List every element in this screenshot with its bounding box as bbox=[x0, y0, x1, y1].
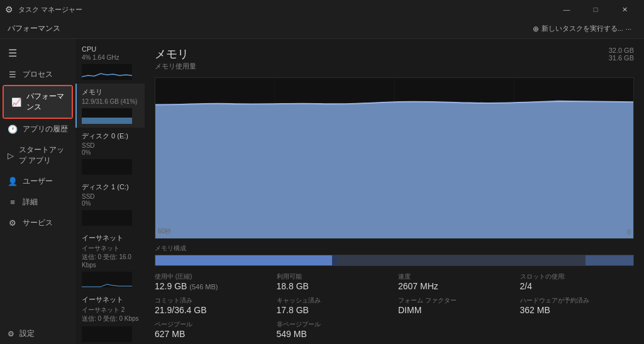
sidebar-item-process-label: プロセス bbox=[23, 69, 53, 80]
device-item-memory[interactable]: メモリ 12.9/31.6 GB (41%) bbox=[75, 84, 145, 128]
graph-time-label: 60秒 bbox=[158, 227, 171, 236]
stat-available: 利用可能 18.8 GB bbox=[277, 272, 391, 291]
device-memory-name: メモリ bbox=[82, 87, 140, 97]
maximize-button[interactable]: □ bbox=[581, 0, 610, 19]
sidebar-item-details[interactable]: ≡ 詳細 bbox=[0, 192, 75, 213]
stat-hw-reserved: ハードウェアが予約済み 362 MB bbox=[520, 296, 635, 315]
startup-icon: ▷ bbox=[8, 151, 14, 160]
main-content: メモリ メモリ使用量 32.0 GB 31.6 GB bbox=[145, 39, 644, 344]
titlebar-controls: — □ ✕ bbox=[552, 0, 639, 19]
sidebar-item-app-history[interactable]: 🕐 アプリの履歴 bbox=[0, 119, 75, 140]
stat-committed-value: 21.9/36.4 GB bbox=[155, 305, 269, 315]
device-item-cpu[interactable]: CPU 4% 1.64 GHz bbox=[75, 42, 145, 84]
stat-speed-value: 2607 MHz bbox=[398, 281, 513, 291]
device-cpu-name: CPU bbox=[82, 45, 140, 53]
stat-slots-label: スロットの使用: bbox=[520, 272, 635, 281]
device-memory-graph bbox=[82, 108, 132, 124]
device-cpu-graph bbox=[82, 64, 132, 80]
stat-paged-pool: ページプール 627 MB bbox=[155, 320, 269, 339]
content-header: メモリ メモリ使用量 32.0 GB 31.6 GB bbox=[155, 47, 634, 71]
process-icon: ☰ bbox=[8, 70, 18, 79]
device-disk1-graph bbox=[82, 210, 132, 226]
memory-total-used: 31.6 GB bbox=[609, 54, 634, 62]
app-history-icon: 🕐 bbox=[8, 125, 18, 134]
performance-icon: 📈 bbox=[11, 97, 21, 107]
sidebar: ☰ ☰ プロセス 📈 パフォーマンス 🕐 アプリの履歴 ▷ スタートアップ アプ… bbox=[0, 39, 75, 344]
sidebar-item-startup[interactable]: ▷ スタートアップ アプリ bbox=[0, 140, 75, 171]
memory-title: メモリ bbox=[155, 47, 196, 62]
stat-nonpaged-pool-label: 非ページプール bbox=[277, 320, 391, 329]
sidebar-item-app-history-label: アプリの履歴 bbox=[23, 124, 68, 135]
ethernet1-sparkline bbox=[82, 272, 132, 287]
device-item-ethernet2[interactable]: イーサネット イーサネット 2送信: 0 受信: 0 Kbps bbox=[75, 291, 145, 344]
device-ethernet2-graph bbox=[82, 326, 132, 342]
stat-form-factor-label: フォーム ファクター bbox=[398, 296, 513, 305]
sidebar-item-performance-label: パフォーマンス bbox=[26, 91, 64, 113]
stat-paged-pool-label: ページプール bbox=[155, 320, 269, 329]
stat-paged-pool-value: 627 MB bbox=[155, 329, 269, 339]
stat-committed: コミット済み 21.9/36.4 GB bbox=[155, 296, 269, 315]
settings-label: 設定 bbox=[19, 328, 35, 339]
device-item-disk1[interactable]: ディスク 1 (C:) SSD0% bbox=[75, 179, 145, 230]
app-header: パフォーマンス ⊕ 新しいタスクを実行する... ··· bbox=[0, 19, 644, 39]
device-ethernet2-name: イーサネット bbox=[82, 295, 140, 304]
comp-seg-free bbox=[586, 255, 633, 265]
new-task-button[interactable]: ⊕ 新しいタスクを実行する... ··· bbox=[528, 21, 636, 36]
device-ethernet1-graph bbox=[82, 272, 132, 287]
stat-in-use-label: 使用中 (圧縮) bbox=[155, 272, 269, 281]
stat-in-use-value: 12.9 GB (546 MB) bbox=[155, 281, 269, 291]
device-disk1-name: ディスク 1 (C:) bbox=[82, 182, 140, 192]
cpu-sparkline bbox=[82, 64, 132, 80]
sidebar-item-services[interactable]: ⚙ サービス bbox=[0, 213, 75, 233]
titlebar-left: ⚙ タスク マネージャー bbox=[5, 4, 82, 14]
stat-speed: 速度 2607 MHz bbox=[398, 272, 513, 291]
sidebar-item-process[interactable]: ☰ プロセス bbox=[0, 64, 75, 85]
stat-available-value: 18.8 GB bbox=[277, 281, 391, 291]
device-cpu-sub: 4% 1.64 GHz bbox=[82, 54, 140, 61]
sidebar-item-performance[interactable]: 📈 パフォーマンス bbox=[4, 86, 72, 118]
page-title: パフォーマンス bbox=[8, 23, 60, 34]
services-icon: ⚙ bbox=[8, 218, 18, 228]
comp-seg-modified bbox=[332, 255, 337, 265]
titlebar: ⚙ タスク マネージャー — □ ✕ bbox=[0, 0, 644, 19]
device-disk0-graph bbox=[82, 159, 132, 175]
stat-nonpaged-pool-value: 549 MB bbox=[277, 329, 391, 339]
details-icon: ≡ bbox=[8, 197, 18, 207]
stat-hw-reserved-label: ハードウェアが予約済み bbox=[520, 296, 635, 305]
stat-form-factor: フォーム ファクター DIMM bbox=[398, 296, 513, 315]
stat-speed-label: 速度 bbox=[398, 272, 513, 281]
comp-seg-standby bbox=[337, 255, 586, 265]
main-layout: ☰ ☰ プロセス 📈 パフォーマンス 🕐 アプリの履歴 ▷ スタートアップ アプ… bbox=[0, 39, 644, 344]
device-disk1-sub: SSD0% bbox=[82, 193, 140, 207]
device-memory-sub: 12.9/31.6 GB (41%) bbox=[82, 98, 140, 105]
composition-label: メモリ構成 bbox=[155, 244, 634, 253]
device-item-disk0[interactable]: ディスク 0 (E:) SSD0% bbox=[75, 128, 145, 179]
stat-cached: キャッシュ済み 17.8 GB bbox=[277, 296, 391, 315]
hamburger-menu[interactable]: ☰ bbox=[0, 42, 25, 64]
users-icon: 👤 bbox=[8, 177, 18, 186]
device-item-ethernet1[interactable]: イーサネット イーサネット送信: 0 受信: 16.0 Kbps bbox=[75, 230, 145, 291]
comp-seg-used bbox=[155, 255, 332, 265]
device-ethernet1-sub: イーサネット送信: 0 受信: 16.0 Kbps bbox=[82, 244, 140, 269]
titlebar-title: タスク マネージャー bbox=[18, 5, 82, 14]
more-icon: ··· bbox=[626, 25, 631, 33]
device-ethernet2-sub: イーサネット 2送信: 0 受信: 0 Kbps bbox=[82, 306, 140, 323]
stat-committed-label: コミット済み bbox=[155, 296, 269, 305]
new-task-icon: ⊕ bbox=[533, 25, 539, 33]
device-list: CPU 4% 1.64 GHz メモリ 12.9/31.6 GB (41%) デ… bbox=[75, 39, 145, 344]
stat-in-use: 使用中 (圧縮) 12.9 GB (546 MB) bbox=[155, 272, 269, 291]
sidebar-item-users[interactable]: 👤 ユーザー bbox=[0, 171, 75, 192]
memory-graph: 60秒 0 bbox=[155, 77, 634, 239]
memory-subtitle: メモリ使用量 bbox=[155, 62, 196, 71]
close-button[interactable]: ✕ bbox=[610, 0, 639, 19]
stat-nonpaged-pool: 非ページプール 549 MB bbox=[277, 320, 391, 339]
minimize-button[interactable]: — bbox=[552, 0, 581, 19]
memory-total-label: 32.0 GB bbox=[609, 47, 634, 54]
content-title-section: メモリ メモリ使用量 bbox=[155, 47, 196, 71]
stat-available-label: 利用可能 bbox=[277, 272, 391, 281]
graph-right-label: 0 bbox=[627, 229, 631, 236]
stat-form-factor-value: DIMM bbox=[398, 305, 513, 315]
settings-item[interactable]: ⚙ 設定 bbox=[0, 323, 75, 344]
stat-slots: スロットの使用: 2/4 bbox=[520, 272, 635, 291]
sidebar-item-users-label: ユーザー bbox=[23, 176, 53, 187]
